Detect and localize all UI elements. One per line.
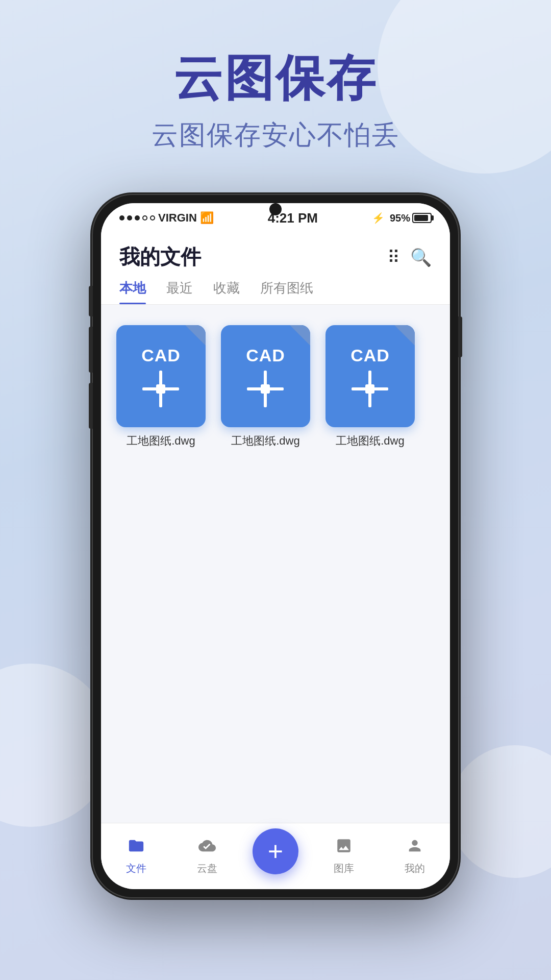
tab-recent[interactable]: 最近 [166, 279, 193, 304]
file-icon-2: CAD [221, 325, 310, 427]
phone-screen: VIRGIN 📶 4:21 PM ⚡ 95% 我的文件 [101, 203, 450, 889]
file-name-3: 工地图纸.dwg [336, 433, 404, 449]
battery-bar [412, 213, 432, 223]
nav-files[interactable]: 文件 [111, 837, 162, 875]
nav-profile-label: 我的 [405, 862, 425, 875]
nav-add-button[interactable]: + [253, 828, 298, 874]
signal-dot-3 [135, 215, 140, 220]
file-card-2[interactable]: CAD 工地图纸.dwg [221, 325, 310, 449]
nav-profile[interactable]: 我的 [389, 837, 440, 875]
cad-content-2: CAD [246, 346, 285, 407]
cad-label-1: CAD [141, 346, 181, 365]
battery-fill [414, 215, 428, 221]
cad-label-3: CAD [350, 346, 390, 365]
phone-frame: VIRGIN 📶 4:21 PM ⚡ 95% 我的文件 [92, 194, 459, 898]
power-button [458, 316, 462, 357]
file-name-2: 工地图纸.dwg [231, 433, 299, 449]
cad-content-1: CAD [141, 346, 181, 407]
nav-files-label: 文件 [126, 862, 146, 875]
cad-label-2: CAD [246, 346, 285, 365]
battery-indicator: 95% [390, 212, 432, 224]
tab-favorites[interactable]: 收藏 [213, 279, 240, 304]
hero-section: 云图保存 云图保存安心不怕丢 [0, 51, 551, 153]
phone-mockup: VIRGIN 📶 4:21 PM ⚡ 95% 我的文件 [92, 194, 459, 898]
profile-icon [406, 837, 423, 859]
cad-content-3: CAD [350, 346, 390, 407]
tab-bar: 本地 最近 收藏 所有图纸 [101, 271, 450, 305]
wifi-icon: 📶 [200, 211, 214, 225]
search-icon[interactable]: 🔍 [410, 247, 432, 267]
cad-cross-1 [142, 371, 179, 407]
signal-dot-1 [119, 215, 124, 220]
cross-center-1 [156, 384, 165, 394]
file-name-1: 工地图纸.dwg [127, 433, 195, 449]
cloud-icon [198, 837, 216, 859]
file-card-3[interactable]: CAD 工地图纸.dwg [325, 325, 415, 449]
cross-center-2 [261, 384, 270, 394]
app-header: 我的文件 ⠿ 🔍 [101, 233, 450, 271]
signal-icon [119, 215, 155, 220]
file-grid: CAD 工地图纸.dwg CAD [101, 305, 450, 823]
bottom-nav: 文件 云盘 + [101, 823, 450, 889]
files-icon [128, 837, 145, 859]
file-card-1[interactable]: CAD 工地图纸.dwg [116, 325, 206, 449]
volume-down-button [89, 383, 93, 429]
volume-up-button [89, 327, 93, 373]
cad-cross-3 [352, 371, 388, 407]
tab-all-drawings[interactable]: 所有图纸 [260, 279, 313, 304]
carrier-label: VIRGIN [158, 211, 197, 225]
signal-dot-5 [150, 215, 155, 220]
tab-local[interactable]: 本地 [119, 279, 146, 304]
header-icons: ⠿ 🔍 [387, 247, 432, 267]
nav-cloud[interactable]: 云盘 [182, 837, 233, 875]
hero-subtitle: 云图保存安心不怕丢 [0, 117, 551, 153]
app-title: 我的文件 [119, 243, 201, 271]
cross-center-3 [365, 384, 374, 394]
hero-title: 云图保存 [0, 51, 551, 105]
mute-button [89, 286, 93, 316]
grid-view-icon[interactable]: ⠿ [387, 247, 400, 267]
signal-dot-2 [127, 215, 132, 220]
file-icon-3: CAD [325, 325, 415, 427]
add-icon: + [268, 838, 283, 865]
gallery-icon [335, 837, 353, 859]
nav-cloud-label: 云盘 [197, 862, 217, 875]
file-icon-1: CAD [116, 325, 206, 427]
bg-blob-3 [449, 745, 551, 878]
signal-dot-4 [142, 215, 147, 220]
nav-gallery-label: 图库 [334, 862, 354, 875]
battery-percent: 95% [390, 212, 410, 224]
status-left: VIRGIN 📶 [119, 211, 214, 225]
bluetooth-icon: ⚡ [372, 212, 385, 224]
status-right: ⚡ 95% [372, 212, 432, 224]
cad-cross-2 [247, 371, 284, 407]
camera-notch [269, 203, 282, 215]
nav-gallery[interactable]: 图库 [318, 837, 369, 875]
